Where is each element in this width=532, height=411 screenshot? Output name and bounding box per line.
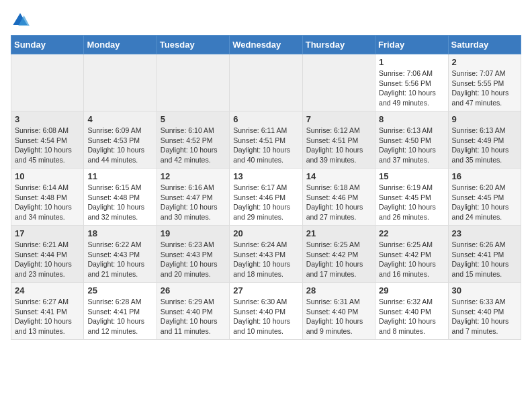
- calendar-cell: 8Sunrise: 6:13 AM Sunset: 4:50 PM Daylig…: [375, 111, 448, 169]
- day-number: 1: [379, 57, 444, 67]
- day-info: Sunrise: 6:33 AM Sunset: 4:40 PM Dayligh…: [452, 297, 517, 336]
- day-info: Sunrise: 6:17 AM Sunset: 4:46 PM Dayligh…: [233, 183, 298, 222]
- calendar-cell: 27Sunrise: 6:30 AM Sunset: 4:40 PM Dayli…: [230, 283, 302, 340]
- day-info: Sunrise: 6:10 AM Sunset: 4:52 PM Dayligh…: [161, 126, 226, 165]
- day-info: Sunrise: 6:08 AM Sunset: 4:54 PM Dayligh…: [15, 126, 80, 165]
- calendar-cell: [84, 54, 157, 111]
- calendar-cell: 24Sunrise: 6:27 AM Sunset: 4:41 PM Dayli…: [11, 283, 84, 340]
- day-number: 15: [379, 171, 444, 181]
- day-info: Sunrise: 6:20 AM Sunset: 4:45 PM Dayligh…: [452, 183, 517, 222]
- calendar-cell: 26Sunrise: 6:29 AM Sunset: 4:40 PM Dayli…: [157, 283, 229, 340]
- logo-icon: [11, 11, 30, 30]
- day-number: 30: [452, 285, 517, 295]
- day-number: 18: [87, 228, 152, 238]
- calendar-cell: 30Sunrise: 6:33 AM Sunset: 4:40 PM Dayli…: [448, 283, 521, 340]
- calendar-cell: 9Sunrise: 6:13 AM Sunset: 4:49 PM Daylig…: [448, 111, 521, 169]
- day-number: 12: [161, 171, 226, 181]
- day-info: Sunrise: 6:23 AM Sunset: 4:43 PM Dayligh…: [161, 240, 226, 279]
- day-number: 11: [87, 171, 152, 181]
- day-info: Sunrise: 6:24 AM Sunset: 4:43 PM Dayligh…: [233, 240, 298, 279]
- day-info: Sunrise: 6:25 AM Sunset: 4:42 PM Dayligh…: [306, 240, 371, 279]
- day-info: Sunrise: 6:32 AM Sunset: 4:40 PM Dayligh…: [379, 297, 444, 336]
- day-number: 21: [306, 228, 371, 238]
- calendar-cell: 16Sunrise: 6:20 AM Sunset: 4:45 PM Dayli…: [448, 169, 521, 226]
- day-info: Sunrise: 6:13 AM Sunset: 4:50 PM Dayligh…: [379, 126, 444, 165]
- weekday-header-saturday: Saturday: [448, 36, 521, 54]
- day-number: 27: [233, 285, 298, 295]
- day-info: Sunrise: 6:31 AM Sunset: 4:40 PM Dayligh…: [306, 297, 371, 336]
- calendar-cell: 10Sunrise: 6:14 AM Sunset: 4:48 PM Dayli…: [11, 169, 84, 226]
- weekday-header-wednesday: Wednesday: [230, 36, 302, 54]
- calendar-cell: [11, 54, 84, 111]
- calendar-cell: 21Sunrise: 6:25 AM Sunset: 4:42 PM Dayli…: [302, 226, 375, 283]
- day-info: Sunrise: 6:28 AM Sunset: 4:41 PM Dayligh…: [87, 297, 152, 336]
- day-number: 2: [452, 57, 517, 67]
- page-header: [11, 11, 521, 30]
- day-info: Sunrise: 6:27 AM Sunset: 4:41 PM Dayligh…: [15, 297, 80, 336]
- day-info: Sunrise: 6:18 AM Sunset: 4:46 PM Dayligh…: [306, 183, 371, 222]
- calendar-cell: 7Sunrise: 6:12 AM Sunset: 4:51 PM Daylig…: [302, 111, 375, 169]
- calendar-cell: [230, 54, 302, 111]
- day-number: 24: [15, 285, 80, 295]
- calendar-cell: 29Sunrise: 6:32 AM Sunset: 4:40 PM Dayli…: [375, 283, 448, 340]
- day-info: Sunrise: 6:25 AM Sunset: 4:42 PM Dayligh…: [379, 240, 444, 279]
- day-number: 29: [379, 285, 444, 295]
- calendar-cell: 17Sunrise: 6:21 AM Sunset: 4:44 PM Dayli…: [11, 226, 84, 283]
- day-number: 10: [15, 171, 80, 181]
- day-info: Sunrise: 6:19 AM Sunset: 4:45 PM Dayligh…: [379, 183, 444, 222]
- day-number: 5: [161, 114, 226, 124]
- day-info: Sunrise: 6:30 AM Sunset: 4:40 PM Dayligh…: [233, 297, 298, 336]
- day-info: Sunrise: 6:14 AM Sunset: 4:48 PM Dayligh…: [15, 183, 80, 222]
- calendar-cell: 13Sunrise: 6:17 AM Sunset: 4:46 PM Dayli…: [230, 169, 302, 226]
- weekday-header-friday: Friday: [375, 36, 448, 54]
- day-number: 22: [379, 228, 444, 238]
- day-number: 3: [15, 114, 80, 124]
- logo: [11, 11, 32, 30]
- calendar-cell: 22Sunrise: 6:25 AM Sunset: 4:42 PM Dayli…: [375, 226, 448, 283]
- weekday-header-thursday: Thursday: [302, 36, 375, 54]
- day-number: 19: [161, 228, 226, 238]
- day-number: 20: [233, 228, 298, 238]
- calendar-cell: 2Sunrise: 7:07 AM Sunset: 5:55 PM Daylig…: [448, 54, 521, 111]
- calendar-week-5: 24Sunrise: 6:27 AM Sunset: 4:41 PM Dayli…: [11, 283, 521, 340]
- calendar-cell: 11Sunrise: 6:15 AM Sunset: 4:48 PM Dayli…: [84, 169, 157, 226]
- day-number: 8: [379, 114, 444, 124]
- weekday-header-monday: Monday: [84, 36, 157, 54]
- calendar-cell: 25Sunrise: 6:28 AM Sunset: 4:41 PM Dayli…: [84, 283, 157, 340]
- calendar-cell: 15Sunrise: 6:19 AM Sunset: 4:45 PM Dayli…: [375, 169, 448, 226]
- day-info: Sunrise: 7:06 AM Sunset: 5:56 PM Dayligh…: [379, 68, 444, 108]
- day-info: Sunrise: 6:09 AM Sunset: 4:53 PM Dayligh…: [87, 126, 152, 165]
- calendar-cell: 3Sunrise: 6:08 AM Sunset: 4:54 PM Daylig…: [11, 111, 84, 169]
- calendar-cell: 6Sunrise: 6:11 AM Sunset: 4:51 PM Daylig…: [230, 111, 302, 169]
- calendar-cell: 4Sunrise: 6:09 AM Sunset: 4:53 PM Daylig…: [84, 111, 157, 169]
- calendar-cell: 14Sunrise: 6:18 AM Sunset: 4:46 PM Dayli…: [302, 169, 375, 226]
- day-info: Sunrise: 6:13 AM Sunset: 4:49 PM Dayligh…: [452, 126, 517, 165]
- weekday-header-tuesday: Tuesday: [157, 36, 229, 54]
- day-info: Sunrise: 6:26 AM Sunset: 4:41 PM Dayligh…: [452, 240, 517, 279]
- calendar-cell: 23Sunrise: 6:26 AM Sunset: 4:41 PM Dayli…: [448, 226, 521, 283]
- day-number: 26: [161, 285, 226, 295]
- calendar-cell: 18Sunrise: 6:22 AM Sunset: 4:43 PM Dayli…: [84, 226, 157, 283]
- day-info: Sunrise: 6:11 AM Sunset: 4:51 PM Dayligh…: [233, 126, 298, 165]
- day-info: Sunrise: 7:07 AM Sunset: 5:55 PM Dayligh…: [452, 68, 517, 108]
- day-info: Sunrise: 6:29 AM Sunset: 4:40 PM Dayligh…: [161, 297, 226, 336]
- calendar-cell: [157, 54, 229, 111]
- day-info: Sunrise: 6:22 AM Sunset: 4:43 PM Dayligh…: [87, 240, 152, 279]
- day-info: Sunrise: 6:16 AM Sunset: 4:47 PM Dayligh…: [161, 183, 226, 222]
- day-number: 6: [233, 114, 298, 124]
- weekday-header-row: SundayMondayTuesdayWednesdayThursdayFrid…: [11, 36, 521, 54]
- calendar-cell: [302, 54, 375, 111]
- day-number: 4: [87, 114, 152, 124]
- day-number: 7: [306, 114, 371, 124]
- day-number: 16: [452, 171, 517, 181]
- day-number: 9: [452, 114, 517, 124]
- weekday-header-sunday: Sunday: [11, 36, 84, 54]
- day-info: Sunrise: 6:12 AM Sunset: 4:51 PM Dayligh…: [306, 126, 371, 165]
- calendar-week-2: 3Sunrise: 6:08 AM Sunset: 4:54 PM Daylig…: [11, 111, 521, 169]
- day-number: 23: [452, 228, 517, 238]
- day-info: Sunrise: 6:15 AM Sunset: 4:48 PM Dayligh…: [87, 183, 152, 222]
- day-number: 17: [15, 228, 80, 238]
- day-number: 13: [233, 171, 298, 181]
- calendar-cell: 5Sunrise: 6:10 AM Sunset: 4:52 PM Daylig…: [157, 111, 229, 169]
- day-number: 28: [306, 285, 371, 295]
